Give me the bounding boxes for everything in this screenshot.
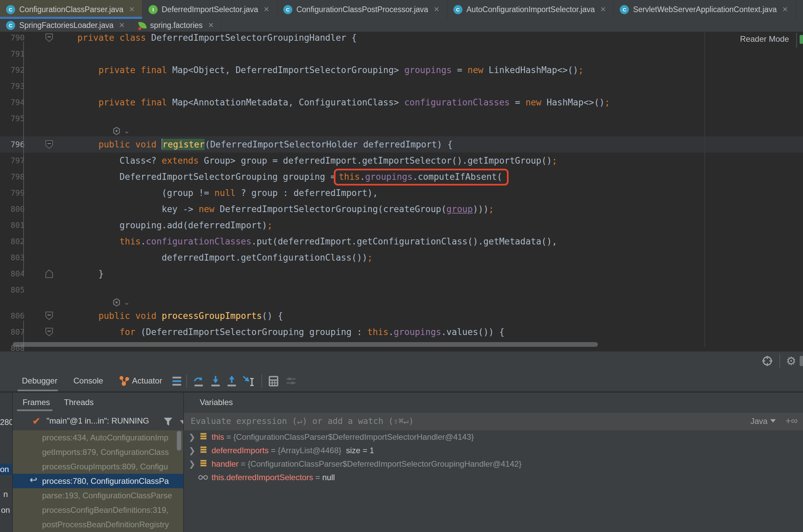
expand-chevron-icon[interactable]: ❯ (189, 446, 195, 455)
editor-tab[interactable]: CAutoConfigurationImportSelector.java✕ (447, 0, 614, 19)
evaluate-expression-bar[interactable]: Evaluate expression (↵) or add a watch (… (184, 413, 803, 430)
variable-row[interactable]: ❯deferredImports = {ArrayList@4468}size … (184, 444, 803, 457)
fold-marker-icon[interactable] (45, 269, 53, 279)
layout-settings-icon[interactable] (286, 376, 296, 386)
code-text[interactable]: private final Map<Object, DeferredImport… (56, 62, 583, 78)
code-text[interactable]: (group != null ? group : deferredImport)… (56, 185, 378, 201)
code-text[interactable]: public void register(DeferredImportSelec… (56, 136, 453, 153)
frame-row[interactable]: postProcessBeanDefinitionRegistry (12, 517, 184, 532)
variable-row[interactable]: ❯handler = {ConfigurationClassParser$Def… (184, 457, 803, 471)
frame-row[interactable]: parse:193, ConfigurationClassParse (12, 488, 184, 503)
code-token: Class<? (56, 155, 162, 166)
fold-marker-icon[interactable] (45, 33, 53, 42)
line-number: 790 (0, 33, 25, 42)
frame-row[interactable]: process:434, AutoConfigurationImp (12, 430, 184, 445)
hidden-toolbar-icon[interactable] (800, 356, 803, 366)
filter-funnel-icon[interactable] (163, 417, 173, 427)
debug-panel-tabs: Frames Threads Variables (0, 393, 803, 413)
code-line: 791 (0, 46, 803, 62)
close-icon[interactable]: ✕ (782, 5, 788, 14)
tab-label: ServletWebServerApplicationContext.java (633, 5, 777, 14)
close-icon[interactable]: ✕ (433, 5, 440, 14)
variable-row[interactable]: ❯this = {ConfigurationClassParser$Deferr… (184, 430, 803, 444)
code-text[interactable]: Class<? extends Group> group = deferredI… (56, 153, 557, 169)
code-text[interactable]: deferredImport.getConfigurationClass()); (56, 249, 373, 266)
code-text[interactable]: private class DeferredImportSelectorGrou… (56, 32, 357, 46)
expand-chevron-icon[interactable]: ❯ (189, 459, 195, 469)
close-icon[interactable]: ✕ (600, 5, 606, 14)
gutter-fold-column (25, 153, 56, 169)
line-number: 792 (0, 66, 25, 74)
target-icon[interactable] (761, 355, 773, 367)
close-icon[interactable]: ✕ (129, 5, 135, 14)
code-vision-icon[interactable]: ⌄ (112, 127, 130, 135)
frame-label: process:434, AutoConfigurationImp (42, 433, 168, 442)
code-token: = (510, 97, 525, 108)
fold-marker-icon[interactable] (45, 140, 53, 149)
tab-console[interactable]: Console (73, 376, 103, 385)
code-text[interactable]: for (DeferredImportSelectorGrouping grou… (56, 324, 505, 340)
fold-marker-icon[interactable] (45, 328, 53, 337)
run-to-cursor-icon[interactable] (242, 375, 256, 387)
code-token: Map<AnnotationMetadata, ConfigurationCla… (172, 97, 404, 108)
code-text[interactable]: DeferredImportSelectorGrouping grouping … (56, 169, 509, 185)
gutter-fold-column (25, 308, 56, 324)
code-text[interactable]: } (56, 266, 104, 282)
step-out-icon[interactable] (226, 375, 238, 387)
code-token: this (368, 327, 389, 337)
fold-marker-icon[interactable] (45, 311, 53, 321)
code-token: null (214, 188, 241, 198)
close-icon[interactable]: ✕ (119, 21, 125, 29)
gutter-fold-column (25, 324, 56, 340)
tab-threads[interactable]: Threads (64, 398, 94, 407)
code-text[interactable]: private final Map<AnnotationMetadata, Co… (56, 94, 610, 111)
editor-horizontal-scrollbar[interactable] (13, 342, 598, 347)
step-over-icon[interactable] (193, 375, 204, 387)
gutter-fold-column (25, 111, 56, 127)
editor-tab[interactable]: CConfigurationClassPostProcessor.java✕ (277, 0, 447, 19)
evaluate-language-selector[interactable]: Java (750, 417, 776, 426)
tab-debugger[interactable]: Debugger (22, 376, 57, 385)
settings-gear-icon[interactable]: ⚙ (786, 354, 796, 368)
class-icon: C (6, 5, 15, 14)
show-execution-point-icon[interactable] (172, 376, 182, 386)
editor-tab[interactable]: spring.factories✕ (133, 19, 222, 32)
editor-tab[interactable]: IDeferredImportSelector.java✕ (143, 0, 277, 19)
gutter-fold-column (25, 217, 56, 233)
thread-selector[interactable]: ✔ "main"@1 in...in": RUNNING (12, 413, 184, 430)
frames-scrollbar[interactable] (177, 431, 181, 451)
code-line: 800 key -> new DeferredImportSelectorGro… (0, 201, 803, 217)
close-icon[interactable]: ✕ (208, 21, 214, 29)
expand-chevron-icon[interactable]: ❯ (189, 432, 195, 442)
watch-row[interactable]: this.deferredImportSelectors = null (184, 471, 803, 484)
frame-row[interactable]: ↩process:780, ConfigurationClassPa (12, 474, 184, 488)
code-editor[interactable]: 790 private class DeferredImportSelector… (0, 32, 803, 351)
code-text[interactable]: key -> new DeferredImportSelectorGroupin… (56, 201, 494, 217)
tab-frames[interactable]: Frames (22, 398, 50, 407)
code-line: 795 (0, 111, 803, 127)
code-token: private final (56, 97, 172, 108)
frames-variables-divider[interactable] (183, 393, 184, 532)
actuator-icon (118, 375, 130, 386)
panel-divider (12, 393, 13, 532)
code-vision-icon[interactable]: ⌄ (112, 298, 130, 307)
frame-row[interactable]: processConfigBeanDefinitions:319, (12, 503, 184, 517)
close-icon[interactable]: ✕ (263, 5, 269, 14)
editor-tab[interactable]: CConfigurationClassParser.java✕ (0, 0, 143, 19)
step-into-icon[interactable] (210, 375, 221, 387)
line-number: 793 (0, 82, 25, 91)
code-lines: 790 private class DeferredImportSelector… (0, 32, 803, 351)
frame-row[interactable]: getImports:879, ConfigurationClass (12, 445, 184, 459)
add-watch-button[interactable]: +∞ (785, 416, 798, 426)
tab-debugger-underline (18, 390, 58, 391)
code-text[interactable]: grouping.add(deferredImport); (56, 217, 273, 233)
tab-actuator[interactable]: Actuator (132, 376, 162, 385)
code-token: .put(deferredImport.getConfigurationClas… (251, 236, 557, 246)
code-text[interactable]: public void processGroupImports() { (56, 308, 283, 324)
editor-tab[interactable]: CSpringFactoriesLoader.java✕ (0, 19, 133, 32)
frame-row[interactable]: processGroupImports:809, Configu (12, 459, 184, 474)
editor-tab[interactable]: CServletWebServerApplicationContext.java… (614, 0, 796, 19)
code-text[interactable]: this.configurationClasses.put(deferredIm… (56, 233, 557, 249)
evaluate-expression-icon[interactable] (268, 375, 279, 387)
clipped-text-fragment: on (0, 464, 12, 475)
